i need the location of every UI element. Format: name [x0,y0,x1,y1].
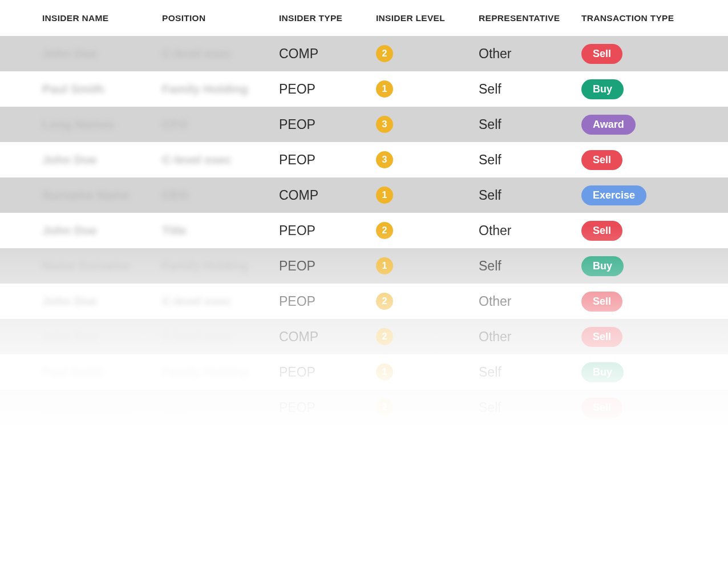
cell-representative: Other [479,294,581,309]
col-header-transaction-type[interactable]: TRANSACTION TYPE [581,13,698,23]
level-badge: 2 [376,328,393,345]
cell-transaction-type: Sell [581,221,698,241]
table-row[interactable]: Name SurnameFamily HoldingPEOP1SelfBuy [0,248,728,284]
cell-insider-type: PEOP [279,152,376,168]
level-badge: 1 [376,80,393,98]
cell-insider-name-blurred: John Doe [42,330,162,343]
cell-insider-name-blurred: Name Surname [42,401,162,414]
table-row[interactable]: Paul SmithFamily HoldingPEOP1SelfBuy [0,71,728,107]
cell-position-blurred: C-level exec [162,153,279,167]
cell-position-blurred: CEO [162,188,279,202]
col-header-insider-level[interactable]: INSIDER LEVEL [376,13,479,23]
cell-insider-name-blurred: John Doe [42,224,162,237]
cell-representative: Self [479,365,581,380]
cell-insider-type: PEOP [279,400,376,415]
cell-insider-level: 1 [376,187,479,204]
cell-representative: Self [479,400,581,415]
transaction-badge-exercise: Exercise [581,185,646,205]
cell-transaction-type: Sell [581,150,698,170]
level-badge: 1 [376,187,393,204]
col-header-insider-name[interactable]: INSIDER NAME [42,13,162,23]
cell-representative: Other [479,329,581,345]
cell-transaction-type: Sell [581,292,698,312]
cell-insider-name-blurred: Paul Smith [42,365,162,379]
cell-position-blurred: Family Holding [162,259,279,273]
cell-insider-name-blurred: Long Names [42,118,162,131]
transaction-badge-sell: Sell [581,221,622,241]
cell-position-blurred: CFO [162,118,279,131]
cell-insider-type: PEOP [279,117,376,132]
transaction-badge-buy: Buy [581,256,624,276]
cell-insider-type: PEOP [279,258,376,274]
col-header-position[interactable]: POSITION [162,13,279,23]
cell-representative: Self [479,152,581,168]
cell-representative: Self [479,82,581,97]
transaction-badge-award: Award [581,115,636,135]
cell-insider-name-blurred: Surname Name [42,188,162,202]
table-row[interactable]: John DoeC-level execCOMP2OtherSell [0,319,728,354]
level-badge: 3 [376,116,393,133]
cell-representative: Other [479,46,581,62]
cell-insider-type: COMP [279,46,376,62]
table-row[interactable]: Surname NameCEOCOMP1SelfExercise [0,177,728,213]
cell-position-blurred: C-level exec [162,47,279,60]
cell-insider-level: 3 [376,116,479,133]
cell-insider-type: COMP [279,188,376,203]
cell-insider-level: 1 [376,363,479,381]
table-row[interactable]: Long NamesCFOPEOP3SelfAward [0,107,728,142]
cell-transaction-type: Award [581,115,698,135]
cell-insider-type: PEOP [279,294,376,309]
cell-transaction-type: Exercise [581,185,698,205]
cell-insider-level: 2 [376,222,479,239]
cell-insider-level: 3 [376,151,479,168]
cell-insider-level: 1 [376,80,479,98]
cell-insider-name-blurred: Paul Smith [42,82,162,96]
cell-representative: Self [479,258,581,274]
cell-representative: Self [479,188,581,203]
cell-transaction-type: Sell [581,44,698,64]
cell-insider-type: COMP [279,329,376,345]
table-row[interactable]: John DoeC-level execCOMP2OtherSell [0,36,728,71]
cell-insider-level: 2 [376,328,479,345]
transaction-badge-sell: Sell [581,398,622,418]
transaction-badge-sell: Sell [581,327,622,347]
cell-insider-name-blurred: John Doe [42,153,162,167]
cell-position-blurred: Title [162,401,279,414]
cell-position-blurred: Family Holding [162,82,279,96]
cell-representative: Self [479,117,581,132]
insider-table: INSIDER NAME POSITION INSIDER TYPE INSID… [0,0,728,425]
cell-insider-level: 2 [376,399,479,416]
table-row[interactable]: Name SurnameTitlePEOP2SelfSell [0,390,728,425]
cell-position-blurred: Title [162,224,279,237]
cell-position-blurred: Family Holding [162,365,279,379]
transaction-badge-sell: Sell [581,44,622,64]
cell-insider-type: PEOP [279,365,376,380]
cell-insider-level: 2 [376,45,479,62]
cell-transaction-type: Buy [581,362,698,382]
table-row[interactable]: John DoeTitlePEOP2OtherSell [0,213,728,248]
table-header-row: INSIDER NAME POSITION INSIDER TYPE INSID… [0,0,728,36]
cell-transaction-type: Buy [581,79,698,99]
cell-insider-level: 1 [376,257,479,274]
transaction-badge-sell: Sell [581,150,622,170]
transaction-badge-buy: Buy [581,362,624,382]
cell-insider-name-blurred: John Doe [42,294,162,308]
level-badge: 3 [376,151,393,168]
cell-transaction-type: Sell [581,398,698,418]
col-header-insider-type[interactable]: INSIDER TYPE [279,13,376,23]
cell-position-blurred: C-level exec [162,294,279,308]
col-header-representative[interactable]: REPRESENTATIVE [479,13,581,23]
table-row[interactable]: Paul SmithFamily HoldingPEOP1SelfBuy [0,354,728,390]
table-row[interactable]: John DoeC-level execPEOP3SelfSell [0,142,728,177]
cell-insider-level: 2 [376,293,479,310]
cell-insider-name-blurred: John Doe [42,47,162,60]
cell-insider-type: PEOP [279,223,376,239]
table-row[interactable]: John DoeC-level execPEOP2OtherSell [0,284,728,319]
cell-position-blurred: C-level exec [162,330,279,343]
level-badge: 1 [376,257,393,274]
cell-insider-type: PEOP [279,82,376,97]
cell-insider-name-blurred: Name Surname [42,259,162,273]
cell-representative: Other [479,223,581,239]
level-badge: 1 [376,363,393,381]
cell-transaction-type: Sell [581,327,698,347]
